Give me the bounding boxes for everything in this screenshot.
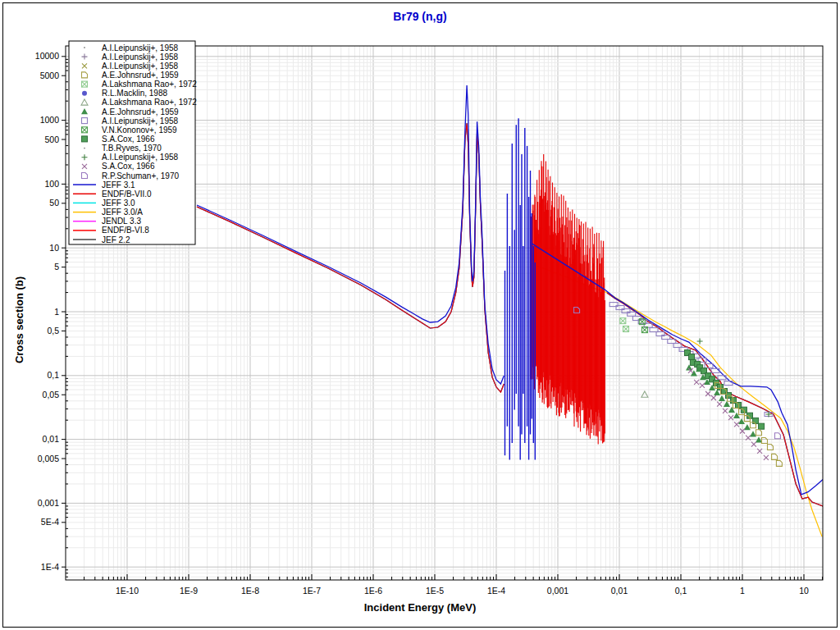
legend-label: JENDL 3.3 xyxy=(102,217,141,226)
x-tick-label: 1E-10 xyxy=(116,586,139,596)
x-axis-label: Incident Energy (MeV) xyxy=(0,601,840,614)
x-tick-label: 1E-9 xyxy=(180,586,198,596)
y-tick-label: 500 xyxy=(44,135,59,144)
y-tick-label: 0,005 xyxy=(38,454,59,463)
y-tick-label: 1E-4 xyxy=(41,562,59,572)
plot-canvas[interactable]: 1E-101E-91E-81E-71E-61E-51E-40,0010,010,… xyxy=(0,0,840,630)
x-tick-label: 1E-8 xyxy=(241,586,259,596)
legend-label: R.P.Schuman+, 1970 xyxy=(102,171,179,180)
y-tick-label: 5 xyxy=(54,262,59,272)
legend-label: A.I.Leipunskij+, 1958 xyxy=(102,43,179,52)
legend-label: A.E.Johnsrud+, 1959 xyxy=(102,71,179,80)
legend-label: JEFF 3.0 xyxy=(102,199,135,208)
resolved-resonances-jeff-31 xyxy=(505,118,536,459)
legend-label: JEFF 3.1 xyxy=(102,180,135,189)
data-point-cross xyxy=(694,380,699,385)
y-tick-label: 0,1 xyxy=(47,370,59,380)
y-tick-label: 10 xyxy=(49,243,59,253)
legend-label: T.B.Ryves, 1970 xyxy=(102,144,162,153)
legend: A.I.Leipunskij+, 1958A.I.Leipunskij+, 19… xyxy=(69,41,197,244)
legend-label: JEFF 3.0/A xyxy=(102,208,143,217)
data-point-cross xyxy=(705,391,710,396)
series-a-lakshmana-rao-1972-triangle- xyxy=(641,391,648,397)
x-tick-label: 1E-7 xyxy=(303,586,321,596)
legend-label: A.I.Leipunskij+, 1958 xyxy=(102,62,179,71)
y-tick-label: 0,5 xyxy=(47,326,59,336)
data-point-xsquare xyxy=(620,318,626,324)
legend-label: A.I.Leipunskij+, 1958 xyxy=(102,52,179,62)
legend-label: S.A.Cox, 1966 xyxy=(102,162,155,171)
y-tick-label: 50 xyxy=(49,198,59,208)
x-tick-label: 0,01 xyxy=(611,586,628,596)
y-tick-label: 5E-4 xyxy=(41,517,59,527)
legend-label: A.I.Leipunskij+, 1958 xyxy=(102,116,179,126)
legend-label: R.L.Macklin, 1988 xyxy=(102,89,167,98)
legend-label: ENDF/B-VI.8 xyxy=(102,226,149,235)
data-point-square-filled xyxy=(82,136,88,142)
y-tick-label: 0,001 xyxy=(38,498,59,508)
x-tick-label: 0,001 xyxy=(547,586,568,596)
legend-label: A.E.Johnsrud+, 1959 xyxy=(102,107,179,116)
x-tick-label: 10 xyxy=(799,586,809,596)
legend-label: V.N.Kononov+, 1959 xyxy=(102,126,177,135)
x-tick-label: 1E-4 xyxy=(487,586,505,596)
x-tick-label: 1E-6 xyxy=(364,586,382,596)
y-tick-label: 5000 xyxy=(40,71,60,80)
y-tick-label: 1 xyxy=(54,307,59,317)
series-a-lakshmana-rao-1972-xsquare- xyxy=(620,318,629,332)
data-point-cross xyxy=(711,395,716,400)
legend-label: S.A.Cox, 1966 xyxy=(102,135,155,144)
data-point-triangle-filled xyxy=(728,407,735,413)
x-tick-label: 0,1 xyxy=(675,586,687,596)
data-point-square-filled xyxy=(759,423,765,429)
data-point-triangle-filled xyxy=(750,431,756,436)
page-title: Br79 (n,g) xyxy=(0,10,840,23)
data-point-plus xyxy=(697,339,703,345)
data-point-cross xyxy=(764,455,769,460)
y-tick-label: 10000 xyxy=(35,51,59,61)
y-tick-label: 100 xyxy=(44,179,59,189)
y-tick-label: 0,05 xyxy=(43,390,60,399)
data-point-square-filled xyxy=(753,418,759,423)
data-point-dot xyxy=(84,148,85,149)
y-axis-label: Cross section (b) xyxy=(13,254,26,386)
x-tick-label: 1 xyxy=(740,586,745,596)
data-point-square-filled xyxy=(689,354,695,360)
data-point-circle-filled xyxy=(82,91,87,96)
y-tick-label: 1000 xyxy=(40,115,60,125)
legend-label: A.Lakshmana Rao+, 1972 xyxy=(102,80,197,89)
data-point-triangle-open xyxy=(641,391,648,397)
legend-label: JEF 2.2 xyxy=(102,235,130,244)
data-point-dot xyxy=(84,47,85,48)
legend-label: ENDF/B-VII.0 xyxy=(102,189,152,199)
legend-label: A.I.Leipunskij+, 1958 xyxy=(102,153,179,162)
x-tick-label: 1E-5 xyxy=(426,586,444,596)
y-tick-label: 0,01 xyxy=(43,434,60,444)
chart-window: 1E-101E-91E-81E-71E-61E-51E-40,0010,010,… xyxy=(0,0,840,630)
legend-label: A.Lakshmana Rao+, 1972 xyxy=(102,98,197,107)
